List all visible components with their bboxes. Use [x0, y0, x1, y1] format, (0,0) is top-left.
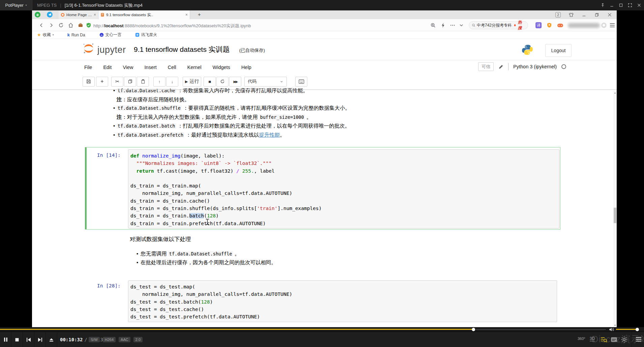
text-token[interactable]: 提升性能: [259, 132, 280, 138]
add-cell-button[interactable]: +: [96, 77, 108, 86]
flash-icon[interactable]: [440, 23, 446, 28]
bookmarks-bar: ★ 收藏 ▾ k Run Da 文心一言 讯飞星火: [32, 31, 617, 39]
volume-bar[interactable]: [616, 329, 636, 330]
code-input-area[interactable]: ds_test = ds_test.map( normalize_img, nu…: [128, 280, 557, 322]
tab-count-badge[interactable]: 2: [555, 12, 561, 18]
playlist-menu-icon[interactable]: [636, 337, 642, 342]
pause-button[interactable]: [0, 332, 11, 347]
new-tab-button[interactable]: +: [198, 11, 201, 17]
settings-gear-icon[interactable]: [621, 336, 627, 343]
seek-bar-played[interactable]: [0, 329, 472, 330]
tab-close-icon[interactable]: ×: [185, 13, 188, 17]
browser-menu-icon[interactable]: [610, 23, 615, 28]
scroll-down-icon[interactable]: ▼: [614, 324, 616, 326]
video-3d-button[interactable]: 3D: [590, 336, 595, 341]
fullscreen-icon[interactable]: [628, 3, 632, 7]
bookmark-xinghuo[interactable]: 讯飞星火: [135, 32, 157, 38]
skin-icon[interactable]: [569, 12, 574, 17]
page-scrollbar[interactable]: ▲ ▼: [613, 91, 617, 327]
bookmark-label: 收藏: [43, 32, 51, 38]
run-button[interactable]: ▶ 运行: [183, 77, 201, 86]
security-shield-icon[interactable]: [86, 23, 91, 28]
minimize-icon[interactable]: [610, 3, 614, 7]
code-cell-train[interactable]: In [14]: def normalize_img(image, label)…: [85, 147, 560, 230]
send-icon[interactable]: [47, 12, 53, 18]
bookmark-yiyan[interactable]: 文心一言: [99, 32, 122, 38]
scroll-up-icon[interactable]: ▲: [614, 92, 616, 94]
hot-search-box[interactable]: 中考742分报考专科 热搜: [469, 21, 528, 29]
move-cell-down-button[interactable]: ↓: [166, 77, 178, 86]
previous-button[interactable]: [23, 332, 34, 347]
menu-insert[interactable]: Insert: [145, 65, 157, 70]
scrollbar-thumb[interactable]: [614, 208, 616, 223]
vr-360-button[interactable]: 360°: [578, 337, 585, 341]
menu-edit[interactable]: Edit: [103, 65, 112, 70]
seek-bar-remaining[interactable]: [476, 329, 606, 330]
browser-restore-icon[interactable]: [594, 12, 599, 17]
forward-icon[interactable]: [49, 23, 54, 28]
menu-widgets[interactable]: Widgets: [213, 65, 230, 70]
translate-badge-icon[interactable]: 译: [535, 22, 542, 28]
move-cell-up-button[interactable]: ↑: [153, 77, 165, 86]
pause-icon: [4, 337, 8, 342]
safety-badge-icon[interactable]: [546, 22, 552, 28]
python-logo-icon: [522, 44, 533, 56]
eject-button[interactable]: [46, 332, 57, 347]
url-text[interactable]: http://localhost:8888/notebooks/9.1%20te…: [93, 23, 251, 29]
kernel-name[interactable]: Python 3 (ipykernel): [513, 64, 557, 69]
copy-button[interactable]: [124, 77, 136, 86]
tab-notebook[interactable]: 9.1 tensorflow datasets 实.. ×: [98, 10, 190, 19]
menu-view[interactable]: View: [123, 65, 133, 70]
logout-button[interactable]: Logout: [545, 44, 572, 57]
account-name-blurred[interactable]: [568, 23, 600, 28]
notebook-title[interactable]: 9.1 tensorflow datasets 实训题: [134, 45, 230, 54]
next-button[interactable]: [34, 332, 46, 347]
menu-help[interactable]: Help: [241, 65, 251, 70]
close-icon[interactable]: [637, 3, 641, 7]
pin-icon[interactable]: [601, 3, 605, 7]
stop-button[interactable]: ■: [204, 77, 216, 86]
tab-home-page[interactable]: Home Page - Select or cre ×: [59, 10, 98, 19]
browser-minimize-icon[interactable]: [582, 12, 586, 17]
games-badge-icon[interactable]: [557, 22, 563, 28]
save-button[interactable]: [83, 77, 95, 86]
restart-run-all-button[interactable]: ▶▶: [229, 77, 241, 86]
more-dots-icon[interactable]: [450, 23, 455, 28]
volume-handle[interactable]: [636, 328, 639, 331]
maximize-icon[interactable]: [619, 3, 623, 7]
menu-cell[interactable]: Cell: [168, 65, 176, 70]
browser-logo-icon[interactable]: e: [35, 12, 40, 18]
home-icon[interactable]: [68, 23, 73, 28]
chevron-down-icon[interactable]: [459, 23, 464, 28]
text-token: tf.data.Dataset.shuffle: [168, 251, 233, 256]
text-token: """Normalizes images: `uint8` -> `float3…: [130, 161, 272, 166]
avatar[interactable]: [602, 23, 606, 28]
tab-close-icon[interactable]: ×: [94, 13, 96, 17]
seek-handle[interactable]: [472, 328, 475, 331]
bookmark-run[interactable]: k Run Da: [67, 32, 85, 37]
reload-icon[interactable]: [58, 23, 64, 28]
cell-type-select[interactable]: 代码: [244, 77, 287, 86]
workspace-icon[interactable]: [78, 23, 83, 28]
command-palette-button[interactable]: [295, 77, 307, 86]
code-input-area[interactable]: def normalize_img(image, label): """Norm…: [128, 149, 559, 229]
edit-pencil-icon[interactable]: [498, 64, 503, 69]
menu-kernel[interactable]: Kernel: [187, 65, 202, 70]
playlist-search-icon[interactable]: [601, 336, 607, 343]
cut-button[interactable]: ✂: [111, 77, 123, 86]
logout-label: Logout: [551, 48, 566, 53]
menu-file[interactable]: File: [84, 65, 92, 70]
bookmark-favorites[interactable]: ★ 收藏 ▾: [37, 32, 54, 38]
decoder-badge: S/W: [89, 337, 100, 342]
paste-button[interactable]: [137, 77, 149, 86]
jupyter-logo[interactable]: jupyter: [83, 42, 126, 55]
browser-close-icon[interactable]: [607, 12, 612, 17]
potplayer-menu-button[interactable]: PotPlayer ▾: [0, 0, 32, 10]
back-icon[interactable]: [39, 23, 44, 28]
code-cell-test[interactable]: In [28]: ds_test = ds_test.map( normaliz…: [85, 279, 560, 323]
potplayer-titlebar: PotPlayer ▾ MPEG TS | [1/3] 6-1.TensorFl…: [0, 0, 644, 10]
restart-kernel-button[interactable]: [216, 77, 228, 86]
subtitle-icon[interactable]: [611, 336, 617, 343]
zoom-icon[interactable]: [430, 23, 436, 28]
stop-button[interactable]: [11, 332, 23, 347]
